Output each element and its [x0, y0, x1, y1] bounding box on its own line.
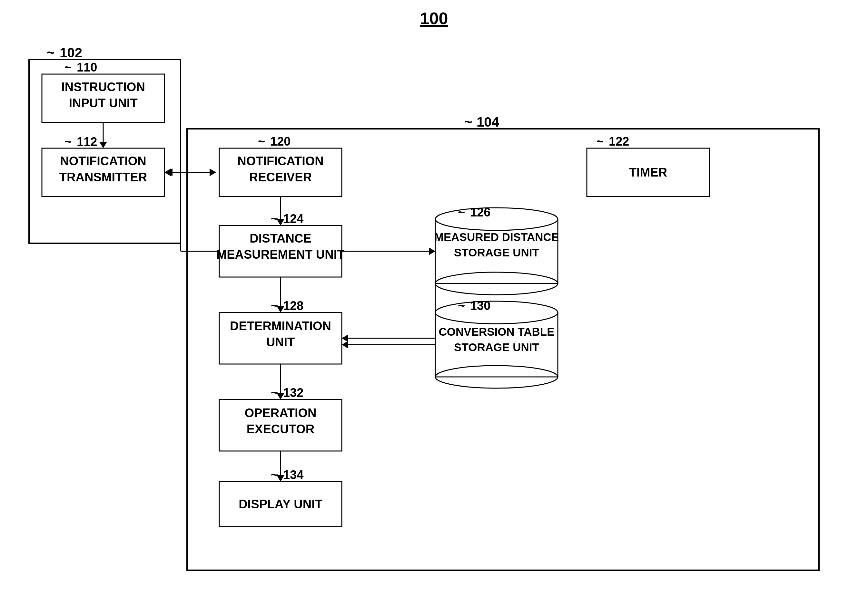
device-102-label: ~ — [47, 45, 55, 60]
arrow-instruction-to-notification-head — [99, 142, 107, 148]
timer-label: ~ — [596, 135, 604, 148]
conversion-table-cylinder-top — [435, 301, 558, 324]
distance-measurement-label: ~ — [271, 212, 278, 225]
arrow-measured-to-determination-head — [342, 334, 348, 342]
conversion-table-label: ~ — [458, 299, 465, 312]
timer-text: TIMER — [629, 166, 667, 179]
determination-unit-text1: DETERMINATION — [230, 319, 331, 333]
arrow-conversion-to-determination-head — [342, 341, 348, 349]
display-unit-label: ~ — [271, 468, 278, 482]
instruction-input-text2: INPUT UNIT — [69, 96, 137, 110]
measured-distance-number: 126 — [470, 206, 490, 219]
notification-transmitter-label: ~ — [64, 135, 72, 149]
arrow-distance-to-measured-head — [429, 247, 435, 255]
conversion-table-number: 130 — [470, 299, 490, 312]
determination-unit-text2: UNIT — [266, 335, 295, 349]
notification-receiver-text2: RECEIVER — [249, 171, 312, 184]
operation-executor-text2: EXECUTOR — [247, 422, 314, 436]
device-104-label: ~ — [464, 114, 472, 130]
instruction-input-number: 110 — [77, 60, 97, 74]
instruction-input-text1: INSTRUCTION — [61, 80, 145, 94]
device-102-number: 102 — [60, 45, 82, 60]
measured-distance-label: ~ — [458, 206, 465, 219]
distance-measurement-number: 124 — [283, 212, 303, 225]
distance-measurement-text2: MEASUREMENT UNIT — [217, 248, 345, 261]
measured-distance-text1: MEASURED DISTANCE — [434, 231, 559, 243]
measured-distance-text2: STORAGE UNIT — [454, 246, 539, 259]
conversion-table-text2: STORAGE UNIT — [454, 341, 539, 354]
operation-executor-text1: OPERATION — [244, 406, 316, 420]
determination-unit-number: 128 — [283, 299, 303, 312]
determination-unit-label: ~ — [271, 299, 278, 312]
conversion-table-text1: CONVERSION TABLE — [439, 326, 554, 338]
instruction-input-label: ~ — [64, 60, 72, 74]
measured-distance-cylinder-top — [435, 208, 558, 230]
diagram-title: 100 — [420, 9, 448, 28]
notification-receiver-label: ~ — [258, 135, 265, 148]
display-unit-text: DISPLAY UNIT — [239, 498, 322, 511]
notification-transmitter-number: 112 — [77, 135, 97, 149]
arrow-distance-final-head — [165, 169, 171, 176]
arrow-transmitter-to-receiver-head — [210, 169, 216, 176]
operation-executor-number: 132 — [283, 386, 303, 400]
notification-receiver-number: 120 — [270, 135, 291, 148]
timer-number: 122 — [609, 135, 629, 148]
notification-receiver-text1: NOTIFICATION — [237, 154, 324, 168]
device-104-number: 104 — [476, 114, 499, 130]
operation-executor-label: ~ — [271, 386, 278, 400]
distance-measurement-text1: DISTANCE — [250, 232, 311, 245]
notification-transmitter-text2: TRANSMITTER — [59, 171, 147, 184]
display-unit-number: 134 — [283, 468, 303, 482]
notification-transmitter-text1: NOTIFICATION — [60, 154, 146, 168]
diagram-container: 100 ~ 102 ~ 110 INSTRUCTION INPUT UNIT ~… — [0, 0, 868, 614]
